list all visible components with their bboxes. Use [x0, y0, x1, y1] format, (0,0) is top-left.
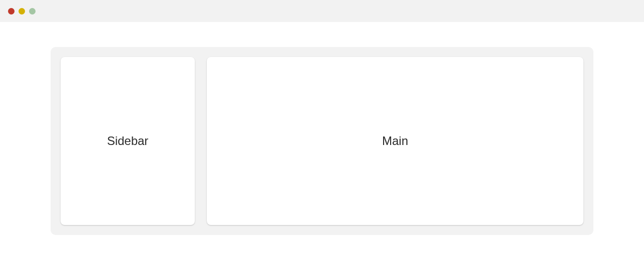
close-window-button[interactable] [8, 8, 15, 14]
sidebar-panel: Sidebar [61, 57, 195, 225]
page-content: Sidebar Main [0, 22, 644, 235]
main-label: Main [382, 134, 408, 148]
minimize-window-button[interactable] [19, 8, 25, 14]
main-panel: Main [207, 57, 583, 225]
sidebar-label: Sidebar [107, 134, 149, 148]
window-controls [8, 8, 36, 14]
window-titlebar [0, 0, 644, 22]
layout-container: Sidebar Main [51, 47, 593, 235]
maximize-window-button[interactable] [29, 8, 36, 14]
